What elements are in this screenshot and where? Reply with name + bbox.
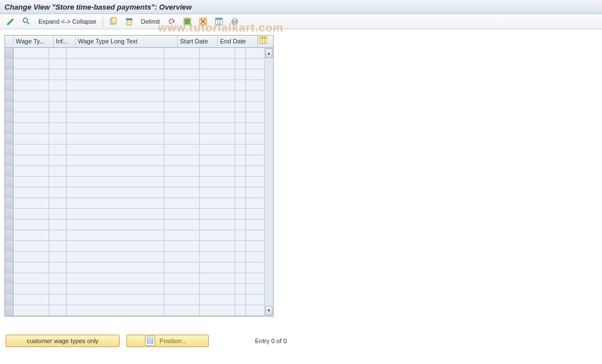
cell-wage-type[interactable]: [14, 155, 49, 165]
cell-end-date[interactable]: [200, 209, 235, 219]
cell-start-date[interactable]: [164, 198, 200, 208]
cell-end-date[interactable]: [200, 91, 235, 101]
row-selector[interactable]: [5, 59, 14, 69]
cell-wage-long-text[interactable]: [67, 295, 164, 305]
table-row[interactable]: [5, 284, 264, 295]
cell-infotype[interactable]: [49, 305, 67, 315]
row-selector[interactable]: [5, 305, 14, 315]
scroll-down-button[interactable]: ▼: [265, 306, 273, 315]
cell-wage-long-text[interactable]: [67, 123, 164, 133]
column-header-end-date[interactable]: End Date: [218, 36, 258, 47]
table-row[interactable]: [5, 59, 264, 69]
cell-wage-type[interactable]: [14, 80, 49, 90]
cell-wage-type[interactable]: [14, 59, 49, 69]
cell-infotype[interactable]: [49, 273, 67, 283]
table-row[interactable]: [5, 305, 264, 316]
cell-wage-long-text[interactable]: [67, 220, 164, 230]
cell-wage-type[interactable]: [14, 144, 49, 155]
cell-infotype[interactable]: [49, 198, 67, 208]
table-row[interactable]: [5, 241, 264, 252]
cell-infotype[interactable]: [49, 80, 67, 90]
row-selector[interactable]: [5, 144, 14, 155]
cell-infotype[interactable]: [49, 220, 67, 230]
cell-wage-long-text[interactable]: [67, 198, 164, 208]
table-row[interactable]: [5, 230, 264, 241]
cell-end-date[interactable]: [200, 273, 235, 283]
cell-wage-type[interactable]: [14, 209, 49, 219]
table-row[interactable]: [5, 177, 264, 187]
row-selector[interactable]: [5, 80, 14, 90]
row-selector[interactable]: [5, 198, 14, 208]
cell-end-date[interactable]: [200, 69, 235, 80]
cell-end-date[interactable]: [200, 284, 235, 294]
cell-end-date[interactable]: [200, 155, 235, 165]
cell-wage-long-text[interactable]: [67, 166, 164, 176]
cell-end-date[interactable]: [200, 262, 235, 273]
row-selector[interactable]: [5, 102, 14, 112]
cell-end-date[interactable]: [200, 134, 235, 144]
cell-wage-type[interactable]: [14, 166, 49, 176]
cell-end-date[interactable]: [200, 59, 235, 69]
cell-wage-type[interactable]: [14, 134, 49, 144]
cell-end-date[interactable]: [200, 166, 235, 176]
table-row[interactable]: [5, 252, 264, 262]
cell-start-date[interactable]: [164, 59, 200, 69]
cell-end-date[interactable]: [200, 112, 235, 122]
cell-wage-type[interactable]: [14, 91, 49, 101]
cell-wage-type[interactable]: [14, 198, 49, 208]
scroll-up-button[interactable]: ▲: [265, 49, 273, 58]
row-selector[interactable]: [5, 262, 14, 273]
cell-wage-type[interactable]: [14, 220, 49, 230]
cell-end-date[interactable]: [200, 177, 235, 187]
table-row[interactable]: [5, 198, 264, 209]
row-selector[interactable]: [5, 91, 14, 101]
deselect-all-button[interactable]: [196, 15, 210, 28]
cell-infotype[interactable]: [49, 144, 67, 155]
row-selector[interactable]: [5, 230, 14, 240]
cell-wage-long-text[interactable]: [67, 284, 164, 294]
cell-wage-type[interactable]: [14, 123, 49, 133]
cell-infotype[interactable]: [49, 295, 67, 305]
scrollbar-track[interactable]: [265, 59, 273, 305]
cell-start-date[interactable]: [164, 252, 200, 262]
cell-wage-type[interactable]: [14, 177, 49, 187]
cell-start-date[interactable]: [164, 48, 200, 58]
cell-wage-type[interactable]: [14, 187, 49, 198]
cell-infotype[interactable]: [49, 252, 67, 262]
table-row[interactable]: [5, 209, 264, 220]
cell-wage-long-text[interactable]: [67, 144, 164, 155]
row-selector[interactable]: [5, 166, 14, 176]
table-row[interactable]: [5, 123, 264, 134]
cell-infotype[interactable]: [49, 209, 67, 219]
cell-start-date[interactable]: [164, 295, 200, 305]
cell-wage-long-text[interactable]: [67, 230, 164, 240]
table-row[interactable]: [5, 166, 264, 177]
cell-start-date[interactable]: [164, 112, 200, 122]
cell-infotype[interactable]: [49, 102, 67, 112]
cell-start-date[interactable]: [164, 241, 200, 251]
cell-wage-long-text[interactable]: [67, 80, 164, 90]
vertical-scrollbar[interactable]: ▲ ▼: [264, 48, 273, 316]
cell-end-date[interactable]: [200, 123, 235, 133]
column-header-infotype[interactable]: Inf...: [54, 36, 76, 47]
cell-start-date[interactable]: [164, 262, 200, 273]
cell-start-date[interactable]: [164, 209, 200, 219]
cell-start-date[interactable]: [164, 187, 200, 198]
cell-start-date[interactable]: [164, 284, 200, 294]
cell-infotype[interactable]: [49, 48, 67, 58]
cell-wage-long-text[interactable]: [67, 59, 164, 69]
cell-infotype[interactable]: [49, 177, 67, 187]
cell-start-date[interactable]: [164, 91, 200, 101]
cell-start-date[interactable]: [164, 123, 200, 133]
cell-wage-long-text[interactable]: [67, 134, 164, 144]
select-all-button[interactable]: [180, 15, 195, 28]
table-row[interactable]: [5, 102, 264, 112]
row-selector[interactable]: [5, 177, 14, 187]
cell-start-date[interactable]: [164, 102, 200, 112]
cell-wage-long-text[interactable]: [67, 69, 164, 80]
table-row[interactable]: [5, 91, 264, 102]
cell-end-date[interactable]: [200, 252, 235, 262]
cell-wage-long-text[interactable]: [67, 241, 164, 251]
table-row[interactable]: [5, 187, 264, 198]
cell-wage-long-text[interactable]: [67, 48, 164, 58]
